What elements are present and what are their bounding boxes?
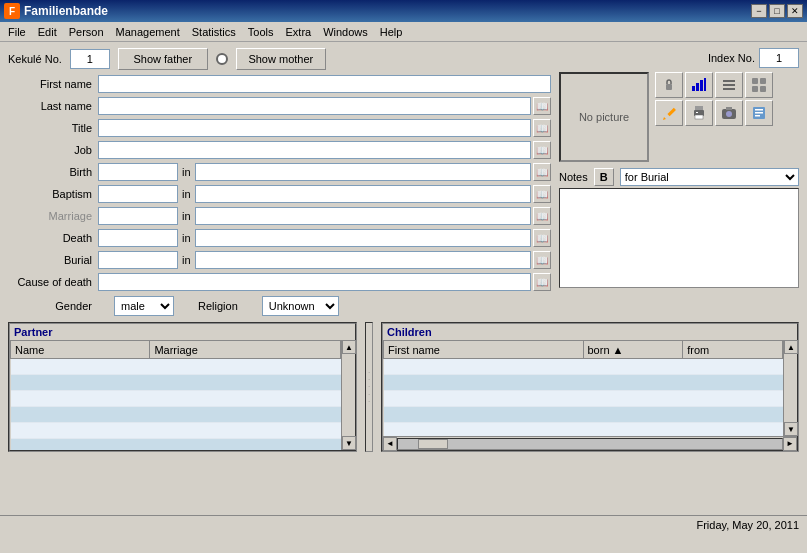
svg-rect-8 xyxy=(752,78,758,84)
partner-col-marriage: Marriage xyxy=(150,341,341,359)
menu-statistics[interactable]: Statistics xyxy=(186,24,242,40)
menu-management[interactable]: Management xyxy=(110,24,186,40)
svg-point-19 xyxy=(726,111,732,117)
marriage-place-input[interactable] xyxy=(195,207,531,225)
birth-book-button[interactable]: 📖 xyxy=(533,163,551,181)
burial-place-input[interactable] xyxy=(195,251,531,269)
menu-extra[interactable]: Extra xyxy=(279,24,317,40)
title-input[interactable] xyxy=(98,119,531,137)
show-mother-button[interactable]: Show mother xyxy=(236,48,326,70)
table-row[interactable] xyxy=(11,423,341,439)
hscroll-right[interactable]: ► xyxy=(783,437,797,451)
tools-panel xyxy=(655,72,773,162)
close-button[interactable]: ✕ xyxy=(787,4,803,18)
printer-button[interactable] xyxy=(685,100,713,126)
radio-button[interactable] xyxy=(216,53,228,65)
book-button[interactable] xyxy=(745,100,773,126)
job-book-button[interactable]: 📖 xyxy=(533,141,551,159)
partner-scroll-track xyxy=(342,354,355,436)
chart-button[interactable] xyxy=(685,72,713,98)
svg-rect-16 xyxy=(695,115,703,119)
children-scroll-down[interactable]: ▼ xyxy=(784,422,798,436)
picture-tools-area: No picture xyxy=(559,72,799,162)
death-place-input[interactable] xyxy=(195,229,531,247)
first-name-input[interactable] xyxy=(98,75,551,93)
baptism-label: Baptism xyxy=(8,188,98,200)
partner-title: Partner xyxy=(10,324,355,340)
menu-edit[interactable]: Edit xyxy=(32,24,63,40)
last-name-label: Last name xyxy=(8,100,98,112)
burial-book-button[interactable]: 📖 xyxy=(533,251,551,269)
table-row[interactable] xyxy=(11,391,341,407)
title-book-button[interactable]: 📖 xyxy=(533,119,551,137)
notes-textarea[interactable] xyxy=(559,188,799,288)
death-date-input[interactable] xyxy=(98,229,178,247)
pencil-button[interactable] xyxy=(655,100,683,126)
birth-date-input[interactable] xyxy=(98,163,178,181)
death-book-button[interactable]: 📖 xyxy=(533,229,551,247)
show-father-button[interactable]: Show father xyxy=(118,48,208,70)
svg-rect-4 xyxy=(704,78,706,91)
table-row[interactable] xyxy=(384,359,783,375)
marriage-label: Marriage xyxy=(8,210,98,222)
last-name-input[interactable] xyxy=(98,97,531,115)
grid-button[interactable] xyxy=(745,72,773,98)
menu-file[interactable]: File xyxy=(2,24,32,40)
list-button[interactable] xyxy=(715,72,743,98)
marriage-book-button[interactable]: 📖 xyxy=(533,207,551,225)
panel-divider[interactable]: ····· xyxy=(365,322,373,452)
table-row[interactable] xyxy=(11,407,341,423)
maximize-button[interactable]: □ xyxy=(769,4,785,18)
baptism-book-button[interactable]: 📖 xyxy=(533,185,551,203)
partner-col-name: Name xyxy=(11,341,150,359)
religion-select[interactable]: Unknown Catholic Protestant Other xyxy=(262,296,339,316)
notes-dropdown[interactable]: for Burial for Birth for Death General xyxy=(620,168,799,186)
birth-label: Birth xyxy=(8,166,98,178)
menu-help[interactable]: Help xyxy=(374,24,409,40)
menu-person[interactable]: Person xyxy=(63,24,110,40)
children-table-area: First name born ▲ from xyxy=(383,340,797,436)
camera-button[interactable] xyxy=(715,100,743,126)
marriage-in-label: in xyxy=(178,210,195,222)
cause-book-button[interactable]: 📖 xyxy=(533,273,551,291)
last-name-book-button[interactable]: 📖 xyxy=(533,97,551,115)
main-content: Kekulé No. Show father Show mother First… xyxy=(0,42,807,533)
menu-windows[interactable]: Windows xyxy=(317,24,374,40)
notes-label: Notes xyxy=(559,171,588,183)
table-row[interactable] xyxy=(11,375,341,391)
cause-of-death-input[interactable] xyxy=(98,273,531,291)
burial-date-input[interactable] xyxy=(98,251,178,269)
children-table-scroll: First name born ▲ from xyxy=(383,340,783,436)
table-row[interactable] xyxy=(384,423,783,437)
notes-b-button[interactable]: B xyxy=(594,168,614,186)
birth-place-input[interactable] xyxy=(195,163,531,181)
baptism-date-input[interactable] xyxy=(98,185,178,203)
lock-button[interactable] xyxy=(655,72,683,98)
tools-row-2 xyxy=(655,100,773,126)
minimize-button[interactable]: − xyxy=(751,4,767,18)
table-row[interactable] xyxy=(384,407,783,423)
job-input[interactable] xyxy=(98,141,531,159)
children-panel: Children First name born ▲ from xyxy=(381,322,799,452)
children-col-firstname: First name xyxy=(384,341,584,359)
hscroll-left[interactable]: ◄ xyxy=(383,437,397,451)
hscroll-thumb[interactable] xyxy=(418,439,448,449)
table-row[interactable] xyxy=(384,375,783,391)
table-row[interactable] xyxy=(384,391,783,407)
religion-label: Religion xyxy=(190,300,246,312)
menu-tools[interactable]: Tools xyxy=(242,24,280,40)
gender-select[interactable]: male female xyxy=(114,296,174,316)
partner-table-scroll: Name Marriage xyxy=(10,340,341,450)
table-row[interactable] xyxy=(11,439,341,451)
partner-scroll-up[interactable]: ▲ xyxy=(342,340,356,354)
baptism-place-input[interactable] xyxy=(195,185,531,203)
app-icon: F xyxy=(4,3,20,19)
burial-label: Burial xyxy=(8,254,98,266)
kekule-input[interactable] xyxy=(70,49,110,69)
marriage-date-input[interactable] xyxy=(98,207,178,225)
children-scroll-up[interactable]: ▲ xyxy=(784,340,798,354)
partner-scrollbar: ▲ ▼ xyxy=(341,340,355,450)
table-row[interactable] xyxy=(11,359,341,375)
partner-scroll-down[interactable]: ▼ xyxy=(342,436,356,450)
index-input[interactable] xyxy=(759,48,799,68)
